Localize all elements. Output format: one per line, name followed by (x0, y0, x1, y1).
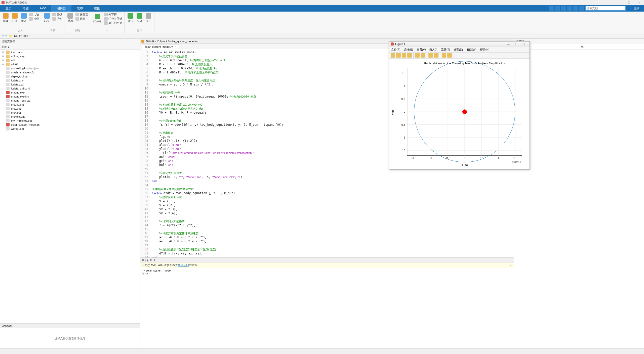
banner-close-icon[interactable]: × (510, 264, 512, 267)
maximize-button[interactable]: ☐ (624, 1, 634, 4)
insert-colorbar-icon[interactable] (428, 53, 433, 58)
figure-menu-item[interactable]: 编辑(E) (404, 48, 413, 52)
file-list[interactable]: ⊞icutzdata⊞m3iregistry⊞util⊞win64control… (0, 50, 140, 323)
file-row[interactable]: controllingProduct.json (0, 66, 140, 70)
run-button[interactable]: 运行 (127, 13, 134, 23)
file-row[interactable]: solar_system_model.m (0, 123, 140, 127)
edit-icon[interactable] (415, 53, 420, 58)
run-to-end-button[interactable]: 运行到结束 (104, 21, 122, 25)
toolbar-icon[interactable] (567, 6, 572, 11)
file-row[interactable]: lcdata.xsd (0, 82, 140, 86)
open-icon[interactable] (396, 53, 401, 58)
command-window[interactable]: >> solar_system_model fx >> (140, 268, 514, 348)
save-button[interactable]: 保存 (20, 13, 28, 23)
minimize-button[interactable]: — (614, 1, 624, 4)
explorer-button[interactable]: 探查器 (75, 13, 88, 16)
figure-menu-item[interactable]: 工具(T) (441, 48, 450, 52)
compare-button[interactable]: 比较 (29, 13, 39, 16)
toolbar-icon[interactable] (549, 6, 554, 11)
file-row[interactable]: lcdata.xml (0, 78, 140, 82)
refactor-button[interactable]: 重构 (66, 13, 74, 23)
toolstrip-tab[interactable]: 主页 (0, 5, 17, 12)
fig-close-button[interactable]: ✕ (520, 42, 528, 46)
open-button[interactable]: 打开 (11, 13, 19, 23)
group-label-code: 代码 (66, 29, 88, 32)
file-row[interactable]: ⊞icutzdata (0, 50, 140, 54)
new-button[interactable]: 新建 (2, 13, 10, 23)
name-column-header[interactable]: 名称 ▴ (2, 45, 9, 49)
section-break-button[interactable]: 分节符 (104, 13, 122, 16)
file-row[interactable]: mexext.bat (0, 115, 140, 119)
search-input[interactable] (585, 6, 626, 11)
file-row[interactable]: ⊞m3iregistry (0, 54, 140, 58)
svg-text:0: 0 (404, 110, 405, 113)
toolbar-icon[interactable] (573, 6, 578, 11)
login-button[interactable]: 登录 (627, 7, 642, 10)
figure-menu-item[interactable]: 查看(V) (417, 48, 426, 52)
file-row[interactable]: ⊞util (0, 58, 140, 62)
file-row[interactable]: matlab.exe.lnk (0, 95, 140, 99)
svg-text:1.5: 1.5 (513, 156, 517, 159)
file-row[interactable]: crash_analyzer.cfg (0, 70, 140, 74)
close-icon[interactable]: × (175, 45, 176, 48)
figure-menu-item[interactable]: 窗口(W) (466, 48, 476, 52)
pointer-icon[interactable] (442, 53, 446, 58)
toolstrip-tab[interactable]: 绘图 (17, 5, 34, 12)
insert-legend-icon[interactable] (434, 53, 438, 58)
link-icon[interactable] (421, 53, 425, 58)
figure-menu-item[interactable]: 文件(F) (391, 48, 400, 52)
file-row[interactable]: matlab_jenv.bat (0, 99, 140, 103)
fig-maximize-button[interactable]: ☐ (512, 42, 520, 46)
run-advance-button[interactable]: 运行并前进 (104, 17, 122, 21)
file-row[interactable]: matlab.exe (0, 91, 140, 95)
file-row[interactable]: worker.bat (0, 127, 140, 131)
fx-icon[interactable]: fx (142, 272, 144, 275)
figure-titlebar[interactable]: Figure 1 — ☐ ✕ (389, 41, 530, 47)
toolbar-icon[interactable] (555, 6, 560, 11)
fig-minimize-button[interactable]: — (504, 42, 512, 46)
find-button[interactable]: 查找 (52, 13, 62, 16)
editor-tab-active[interactable]: solar_system_model.m× (142, 44, 179, 49)
group-label-run: 运行 (127, 29, 152, 32)
figure-window[interactable]: Figure 1 — ☐ ✕ 文件(F)编辑(E)查看(V)插入(I)工具(T)… (389, 41, 530, 169)
figure-menu-item[interactable]: 插入(I) (429, 48, 437, 52)
close-button[interactable]: ✕ (634, 1, 644, 4)
new-figure-icon[interactable] (391, 53, 395, 58)
run-section-button[interactable]: 运行节 (92, 13, 103, 25)
toolstrip-tab[interactable]: APP (34, 5, 51, 12)
folder-up-icon[interactable]: 📁 (9, 34, 13, 37)
brush-icon[interactable] (447, 53, 452, 58)
file-row[interactable]: mex.bat (0, 111, 140, 115)
figure-menu-item[interactable]: 帮助(H) (480, 48, 489, 52)
file-icon (6, 67, 10, 70)
save-icon[interactable] (402, 53, 406, 58)
plot-area: -1.5-1-0.500.511.5-1.5-1-0.500.511.5Eart… (389, 59, 530, 169)
workspace-col-value[interactable]: 值 (579, 44, 644, 50)
path-segment[interactable]: D: (14, 34, 19, 37)
figure-menu-item[interactable]: 桌面(D) (454, 48, 463, 52)
file-row[interactable]: mbuild.bat (0, 103, 140, 107)
step-button[interactable]: 步进 (136, 13, 143, 23)
new-tab-button[interactable]: + (179, 45, 185, 49)
analyze-button[interactable]: 分析 (75, 17, 88, 21)
nav-fwd-icon[interactable]: ⇨ (5, 34, 8, 37)
toolbar-icon[interactable] (561, 6, 566, 11)
toolstrip-tab[interactable]: 视图 (89, 5, 106, 12)
bookmark-button[interactable]: 书签 (52, 17, 62, 21)
help-icon[interactable] (579, 6, 584, 11)
path-segment[interactable]: jm (19, 34, 24, 37)
file-row[interactable]: lcdata_utf8.xml (0, 86, 140, 91)
print-icon[interactable] (407, 53, 412, 58)
quickstart-link[interactable]: 快速入门 (178, 263, 189, 267)
file-row[interactable]: deploytool.bat (0, 74, 140, 78)
path-segment[interactable]: bin (24, 34, 30, 37)
file-row[interactable]: ⊞win64 (0, 62, 140, 66)
file-row[interactable]: mcc.bat (0, 107, 140, 111)
goto-button[interactable]: 转至 (43, 13, 51, 23)
toolstrip-tab[interactable]: 发布 (71, 5, 89, 12)
toolstrip-tab[interactable]: 编辑器 (51, 5, 71, 12)
nav-back-icon[interactable]: ⇦ (2, 34, 4, 37)
print-button[interactable]: 打印 (29, 17, 39, 21)
stop-button[interactable]: 停止 (145, 13, 152, 23)
file-row[interactable]: mw_mpiexec.bat (0, 119, 140, 123)
